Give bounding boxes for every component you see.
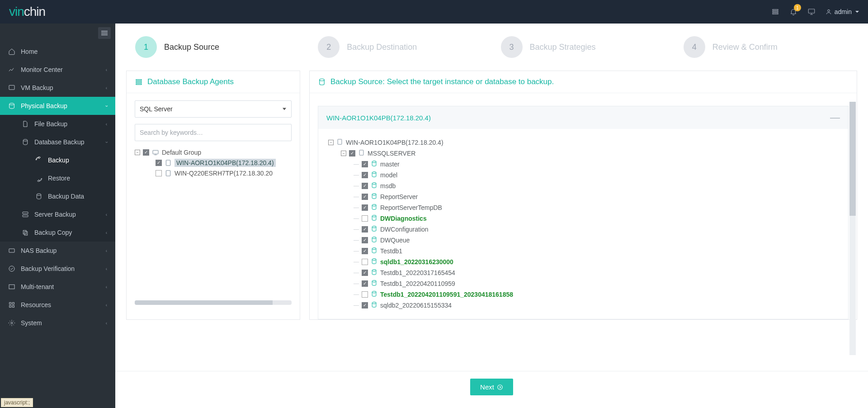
sidebar-item-home[interactable]: Home xyxy=(0,43,115,61)
db-item[interactable]: sqldb1_20220316230000 xyxy=(328,256,838,267)
db-item[interactable]: ReportServer xyxy=(328,191,838,202)
content-scrollbar[interactable] xyxy=(849,102,856,355)
db-label: sqldb2_20220615155334 xyxy=(380,302,452,309)
user-menu[interactable]: admin xyxy=(826,8,859,15)
svg-point-32 xyxy=(372,183,376,185)
tree-host-2[interactable]: WIN-Q220ESRH7TP(172.18.30.20 xyxy=(135,168,292,178)
checkbox[interactable] xyxy=(362,194,368,200)
db-tree-instance[interactable]: − MSSQLSERVER xyxy=(328,148,838,159)
checkbox[interactable] xyxy=(362,204,368,211)
agents-tree-scrollbar[interactable] xyxy=(135,300,292,305)
db-item[interactable]: ReportServerTempDB xyxy=(328,202,838,213)
db-item[interactable]: DWConfiguration xyxy=(328,224,838,235)
sidebar-item-backup-copy[interactable]: Backup Copy ‹ xyxy=(0,223,115,242)
svg-point-14 xyxy=(9,266,14,271)
svg-rect-26 xyxy=(166,171,170,176)
chevron-right-icon: ‹ xyxy=(106,248,107,253)
step-1[interactable]: 1 Backup Source xyxy=(135,36,300,58)
collapse-icon[interactable]: − xyxy=(328,140,334,145)
db-item[interactable]: DWQueue xyxy=(328,235,838,246)
checkbox[interactable] xyxy=(362,237,368,243)
step-label: Backup Strategies xyxy=(530,43,596,52)
collapse-icon[interactable]: − xyxy=(135,150,140,155)
db-label: Testdb1_20220420110959 xyxy=(380,280,455,287)
db-item[interactable]: Testdb1 xyxy=(328,246,838,256)
sidebar-item-multitenant[interactable]: Multi-tenant ‹ xyxy=(0,278,115,296)
sidebar-item-vmbackup[interactable]: VM Backup ‹ xyxy=(0,79,115,97)
sidebar-item-restore[interactable]: Restore xyxy=(0,169,115,187)
sidebar-label: VM Backup xyxy=(21,84,53,91)
checkbox[interactable] xyxy=(362,270,368,276)
collapse-icon[interactable]: − xyxy=(341,151,346,156)
sidebar-item-file-backup[interactable]: File Backup ‹ xyxy=(0,115,115,133)
sidebar-item-nas-backup[interactable]: NAS Backup ‹ xyxy=(0,242,115,260)
db-item[interactable]: Testdb1_202204201109591_20230418161858 xyxy=(328,289,838,300)
checkbox[interactable] xyxy=(362,248,368,254)
db-tree: − WIN-AOR1O1K04PB(172.18.20.4) − MSSQLSE… xyxy=(318,129,848,319)
sidebar-item-server-backup[interactable]: Server Backup ‹ xyxy=(0,205,115,223)
next-button[interactable]: Next xyxy=(470,379,513,395)
checkbox[interactable] xyxy=(362,291,368,298)
chevron-right-icon: ‹ xyxy=(106,285,107,289)
db-label: Testdb1 xyxy=(380,247,402,255)
db-item[interactable]: sqldb2_20220615155334 xyxy=(328,300,838,311)
sidebar-item-system[interactable]: System ‹ xyxy=(0,314,115,332)
target-head[interactable]: WIN-AOR1O1K04PB(172.18.20.4) — xyxy=(318,106,848,129)
checkbox[interactable] xyxy=(362,215,368,222)
tree-group[interactable]: − Default Group xyxy=(135,147,292,157)
step-label: Backup Source xyxy=(164,43,219,52)
sidebar-item-physical-backup[interactable]: Physical Backup ‹ xyxy=(0,97,115,115)
sidebar-item-backup-data[interactable]: Backup Data xyxy=(0,187,115,205)
database-icon xyxy=(371,193,377,201)
monitor-icon[interactable] xyxy=(807,8,816,16)
disk-icon xyxy=(8,102,15,109)
checkbox[interactable] xyxy=(143,149,149,156)
chevron-right-icon: ‹ xyxy=(106,212,107,217)
db-item[interactable]: Testdb1_20220317165454 xyxy=(328,267,838,278)
sidebar-item-database-backup[interactable]: Database Backup ‹ xyxy=(0,133,115,151)
bell-icon[interactable]: 1 xyxy=(789,8,797,16)
checkbox[interactable] xyxy=(362,161,368,167)
checkbox[interactable] xyxy=(362,302,368,308)
step-number: 4 xyxy=(684,36,705,58)
svg-rect-0 xyxy=(773,9,778,10)
checkbox[interactable] xyxy=(362,280,368,287)
chevron-right-icon: ‹ xyxy=(106,67,107,72)
checkbox[interactable] xyxy=(362,183,368,189)
checkbox[interactable] xyxy=(362,259,368,265)
list-icon[interactable] xyxy=(771,8,779,16)
sidebar-item-resources[interactable]: Resources ‹ xyxy=(0,296,115,314)
db-item[interactable]: msdb xyxy=(328,180,838,191)
db-item[interactable]: DWDiagnostics xyxy=(328,213,838,224)
checkbox[interactable] xyxy=(362,226,368,232)
brand-logo: vinchin xyxy=(9,5,45,19)
step-3[interactable]: 3 Backup Strategies xyxy=(501,36,665,58)
dbtype-select[interactable]: SQL Server xyxy=(135,100,292,118)
top-header: vinchin 1 admin xyxy=(0,0,868,24)
db-item[interactable]: model xyxy=(328,170,838,180)
checkbox[interactable] xyxy=(362,172,368,178)
sidebar-item-verification[interactable]: Backup Verification ‹ xyxy=(0,260,115,278)
brand-part-vin: vin xyxy=(9,5,24,19)
sidebar-item-backup[interactable]: Backup xyxy=(0,151,115,169)
sidebar-label: Database Backup xyxy=(34,138,85,146)
db-item[interactable]: Testdb1_20220420110959 xyxy=(328,278,838,289)
checkbox[interactable] xyxy=(156,160,162,166)
checkbox[interactable] xyxy=(156,170,162,176)
tree-host-1[interactable]: WIN-AOR1O1K04PB(172.18.20.4) xyxy=(135,157,292,168)
step-2[interactable]: 2 Backup Destination xyxy=(318,36,482,58)
svg-point-38 xyxy=(372,248,376,250)
db-tree-root[interactable]: − WIN-AOR1O1K04PB(172.18.20.4) xyxy=(328,137,838,148)
sidebar-toggle[interactable] xyxy=(98,27,111,39)
agents-panel: Database Backup Agents SQL Server − xyxy=(126,71,300,320)
checkbox[interactable] xyxy=(349,150,355,157)
db-item[interactable]: master xyxy=(328,159,838,170)
chevron-right-icon: ‹ xyxy=(106,230,107,235)
database-icon xyxy=(371,301,377,309)
file-icon xyxy=(22,120,29,128)
sidebar-item-monitor[interactable]: Monitor Center ‹ xyxy=(0,61,115,79)
agents-search[interactable] xyxy=(135,124,292,141)
collapse-icon[interactable]: — xyxy=(830,113,840,123)
notification-badge: 1 xyxy=(794,4,801,11)
step-4[interactable]: 4 Review & Confirm xyxy=(684,36,848,58)
